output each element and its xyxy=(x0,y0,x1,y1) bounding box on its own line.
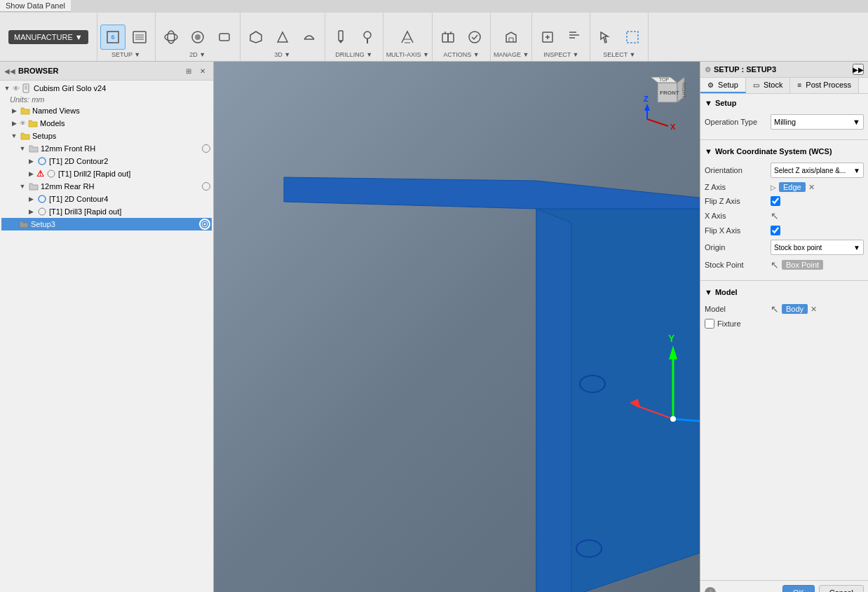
fixture-checkbox[interactable] xyxy=(705,319,714,329)
drilling-icon-1 xyxy=(333,29,348,45)
tab-post-process[interactable]: ≡ Post Process xyxy=(790,78,859,93)
tree-item-named-views[interactable]: ▶ Named Views xyxy=(1,104,212,117)
tree-item-setup3[interactable]: Setup3 xyxy=(1,218,212,230)
select-icon-1 xyxy=(598,29,613,45)
multiaxis-btn[interactable] xyxy=(395,25,420,50)
show-data-panel[interactable]: Show Data Panel xyxy=(0,0,71,12)
model-label: Model xyxy=(705,305,768,313)
manufacture-button[interactable]: MANUFACTURE ▼ xyxy=(8,30,88,44)
manufacture-label: MANUFACTURE xyxy=(14,33,73,41)
z-axis-label: Z Axis xyxy=(705,183,768,191)
setup-list-icon xyxy=(132,29,147,45)
view-cube[interactable]: Z X FRONT RIGHT TOP xyxy=(637,69,693,125)
3d-btn-3[interactable] xyxy=(297,25,322,50)
svg-point-36 xyxy=(39,158,46,165)
drill2-arrow: ▶ xyxy=(27,170,35,178)
manage-icon-1 xyxy=(503,29,519,45)
manage-section: MANAGE ▼ xyxy=(491,13,532,61)
info-icon[interactable]: i xyxy=(705,587,716,592)
tree-item-root[interactable]: ▼ 👁 Cubism Girl Solo v24 xyxy=(1,82,212,95)
tree-item-contour2[interactable]: ▶ [T1] 2D Contour2 xyxy=(1,155,212,167)
3d-btn-1[interactable] xyxy=(243,25,269,50)
12mm-front-icon xyxy=(28,143,39,154)
stock-point-row: Stock Point ↖ Box Point xyxy=(705,257,864,273)
svg-marker-14 xyxy=(339,41,343,43)
browser-collapse-icon[interactable]: ◀◀ xyxy=(4,67,15,75)
orientation-row: Orientation Select Z axis/plane &... ▼ xyxy=(705,160,864,180)
fixture-row: Fixture xyxy=(705,317,864,331)
flip-x-checkbox[interactable] xyxy=(771,226,780,235)
flip-z-checkbox[interactable] xyxy=(771,196,780,206)
tree-item-setups[interactable]: ▼ Setups xyxy=(1,130,212,142)
stock-point-chip[interactable]: Box Point xyxy=(782,260,823,270)
svg-point-6 xyxy=(165,34,177,41)
drilling-btn-1[interactable] xyxy=(328,25,353,50)
model-section-header[interactable]: ▼ Model xyxy=(705,286,864,298)
wcs-section-title: Work Coordinate System (WCS) xyxy=(715,147,832,156)
browser-title: BROWSER xyxy=(18,67,179,75)
tree-item-drill2[interactable]: ▶ ⚠ [T1] Drill2 [Rapid out] xyxy=(1,167,212,180)
setup-section-header[interactable]: ▼ Setup xyxy=(705,97,864,109)
3d-btn-2[interactable] xyxy=(270,25,295,50)
z-axis-chip[interactable]: Edge xyxy=(779,182,806,192)
cancel-label: Cancel xyxy=(829,588,853,592)
tree-item-models[interactable]: ▶ 👁 Models xyxy=(1,117,212,130)
panel-expand-btn[interactable]: ▶▶ xyxy=(853,64,864,75)
tab-post-label: Post Process xyxy=(806,81,851,89)
origin-value: Stock box point xyxy=(774,244,822,252)
setup-section-arrow: ▼ xyxy=(705,99,712,107)
tree-item-12mm-rear[interactable]: ▼ 12mm Rear RH xyxy=(1,180,212,193)
ok-button[interactable]: OK xyxy=(782,585,815,592)
drilling-section-label: DRILLING ▼ xyxy=(335,51,372,60)
svg-text:X: X xyxy=(670,123,676,131)
2d-section-label: 2D ▼ xyxy=(189,51,205,60)
panel-header-title: SETUP : SETUP3 xyxy=(714,65,776,74)
actions-btn-1[interactable] xyxy=(435,25,461,50)
browser-panel: ◀◀ BROWSER ⊞ ✕ ▼ 👁 Cubism Girl Solo v24 … xyxy=(0,62,214,592)
setup-btn-2[interactable] xyxy=(127,25,152,50)
2d-btn-3[interactable] xyxy=(212,25,237,50)
contour4-arrow: ▶ xyxy=(27,195,35,203)
svg-rect-18 xyxy=(448,34,454,42)
cancel-button[interactable]: Cancel xyxy=(819,585,864,592)
manage-btn-1[interactable] xyxy=(499,25,524,50)
tree-item-contour4[interactable]: ▶ [T1] 2D Contour4 xyxy=(1,193,212,205)
2d-btn[interactable] xyxy=(158,25,184,50)
multiaxis-section-label: MULTI-AXIS ▼ xyxy=(386,51,429,60)
model-chip[interactable]: Body xyxy=(782,304,808,314)
setup-btn-1[interactable]: 6 xyxy=(100,25,126,50)
root-arrow: ▼ xyxy=(3,84,11,92)
browser-close-btn[interactable]: ✕ xyxy=(196,64,209,77)
inspect-btn-2[interactable] xyxy=(562,25,587,50)
inspect-btn-1[interactable] xyxy=(535,25,560,50)
wcs-section-header[interactable]: ▼ Work Coordinate System (WCS) xyxy=(705,145,864,158)
setups-label: Setups xyxy=(32,132,210,140)
tree-item-drill3[interactable]: ▶ [T1] Drill3 [Rapid out] xyxy=(1,205,212,218)
drill3-label: [T1] Drill3 [Rapid out] xyxy=(49,207,210,216)
origin-dropdown-arrow: ▼ xyxy=(853,244,860,252)
select-btn-2[interactable] xyxy=(620,25,645,50)
svg-marker-45 xyxy=(284,177,700,209)
select-btn-1[interactable] xyxy=(593,25,618,50)
drilling-btn-2[interactable] xyxy=(355,25,380,50)
2d-btn-2[interactable] xyxy=(185,25,210,50)
origin-dropdown[interactable]: Stock box point ▼ xyxy=(771,240,864,255)
wcs-section-content: Orientation Select Z axis/plane &... ▼ Z… xyxy=(705,158,864,275)
browser-expand-btn[interactable]: ⊞ xyxy=(182,64,195,77)
3d-icon-1 xyxy=(248,29,264,45)
orientation-dropdown[interactable]: Select Z axis/plane &... ▼ xyxy=(771,163,864,178)
operation-type-dropdown[interactable]: Milling ▼ xyxy=(771,114,864,130)
z-axis-clear-btn[interactable]: ✕ xyxy=(807,183,816,192)
tree-item-12mm-front[interactable]: ▼ 12mm Front RH xyxy=(1,142,212,155)
tab-stock[interactable]: ▭ Stock xyxy=(746,78,791,93)
named-views-arrow: ▶ xyxy=(10,106,18,115)
stock-point-label: Stock Point xyxy=(705,261,768,269)
tab-setup[interactable]: ⚙ Setup xyxy=(700,78,746,93)
drilling-section: DRILLING ▼ xyxy=(325,13,384,61)
model-clear-btn[interactable]: ✕ xyxy=(809,305,818,314)
select-icon-2 xyxy=(625,29,640,45)
3d-viewport[interactable]: Y Z X xyxy=(214,62,700,592)
actions-btn-2[interactable] xyxy=(462,25,487,50)
12mm-rear-icon xyxy=(28,181,39,192)
z-axis-select-icon: ▷ xyxy=(771,184,776,191)
